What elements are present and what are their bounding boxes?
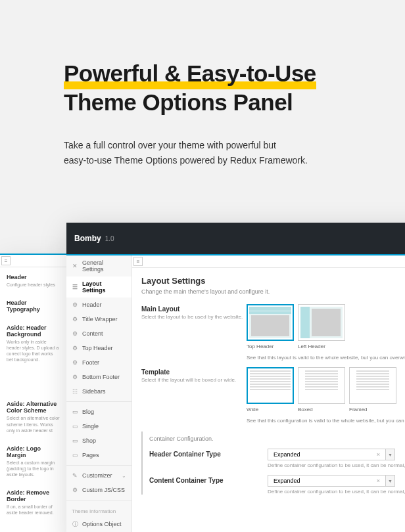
bg-logo-margin-title: Aside: Logo Margin	[7, 445, 60, 458]
sidebar-icon: ☷	[72, 388, 78, 395]
sidebar-item-label: Content	[82, 330, 103, 337]
template-option-wide[interactable]	[247, 367, 294, 404]
collapse-icon[interactable]: ≡	[1, 256, 11, 265]
sidebar-options-object[interactable]: ⓘOptions Object	[66, 517, 131, 531]
sidebar-item-title-wrapper[interactable]: ⚙Title Wrapper	[66, 312, 131, 326]
main-layout-label: Main Layout	[141, 305, 247, 313]
sidebar-icon: ▭	[72, 423, 78, 430]
sidebar-item-shop[interactable]: ▭Shop	[66, 433, 131, 448]
sidebar-item-content[interactable]: ⚙Content	[66, 326, 131, 341]
sidebar-item-label: Pages	[82, 452, 99, 458]
bg-header-desc: Configure header styles	[7, 282, 60, 288]
sidebar-icon: ⚙	[72, 345, 78, 351]
template-label: Template	[141, 368, 247, 376]
sidebar-item-label: Sidebars	[82, 388, 106, 395]
chevron-down-icon: ⌄	[122, 473, 126, 479]
sidebar-item-blog[interactable]: ▭Blog	[66, 405, 131, 419]
sidebar-icon: ⚙	[72, 374, 78, 380]
brand-name: Bomby	[74, 234, 101, 243]
sidebar-item-label: Customizer	[82, 472, 112, 479]
template-note: See that this configuration is valid to …	[247, 418, 405, 424]
sidebar-icon: ⚙	[72, 330, 78, 337]
dropdown-icon[interactable]: ▼	[386, 475, 395, 487]
sidebar-item-label: Top Header	[82, 345, 113, 351]
collapse-content-icon[interactable]: ≡	[133, 257, 143, 266]
main-layout-hint: Select the layout to be used by the webs…	[141, 314, 247, 320]
info-icon: ⓘ	[72, 521, 78, 527]
layout-option-top-header[interactable]	[247, 304, 294, 341]
content-area: ≡ Layout Settings Change the main theme'…	[132, 255, 405, 532]
sidebar-icon: ⚙	[72, 316, 78, 322]
layout-option-left-header[interactable]	[298, 304, 345, 341]
sidebar-item-custom-js-css[interactable]: ⚙Custom JS/CSS	[66, 483, 131, 497]
header-container-hint: Define container configuration to be use…	[268, 462, 405, 468]
sidebar-icon: ✎	[72, 472, 78, 479]
sidebar-item-footer[interactable]: ⚙Footer	[66, 355, 131, 370]
background-panel: ≡ Header Configure header styles Header …	[0, 254, 66, 532]
sidebar-item-label: General Settings	[82, 259, 126, 273]
sidebar-icon: ▭	[72, 437, 78, 444]
sidebar-item-label: Footer	[82, 359, 99, 366]
hero: Powerful & Easy-to-Use Theme Options Pan…	[0, 0, 405, 169]
container-config-head: Container Configuration.	[149, 432, 405, 449]
sidebar-icon: ☰	[72, 284, 78, 290]
sidebar-icon: ⚙	[72, 301, 78, 308]
content-container-hint: Define container configuration to be use…	[268, 489, 405, 495]
sidebar-icon: ⚙	[72, 359, 78, 366]
template-option-framed[interactable]	[349, 367, 396, 404]
sidebar-icon: ▭	[72, 409, 78, 415]
sidebar-item-layout-settings[interactable]: ☰Layout Settings	[66, 277, 131, 298]
sidebar-item-label: Header	[82, 301, 102, 308]
template-option-boxed[interactable]	[298, 367, 345, 404]
clear-icon[interactable]: ×	[377, 477, 380, 484]
sidebar-icon: ✕	[72, 263, 78, 269]
sidebar-item-general-settings[interactable]: ✕General Settings	[66, 255, 131, 277]
sidebar-item-label: Blog	[82, 409, 94, 415]
bg-alt-color-title: Aside: Alternative Color Scheme	[7, 401, 60, 414]
sidebar-item-label: Layout Settings	[82, 280, 126, 294]
topbar: Bomby 1.0	[66, 223, 405, 254]
bg-typography-title: Header Typography	[7, 299, 60, 313]
header-container-select[interactable]: Expanded×	[268, 449, 386, 460]
sidebar-item-header[interactable]: ⚙Header	[66, 298, 131, 312]
sidebar: ✕General Settings☰Layout Settings⚙Header…	[66, 255, 132, 532]
page-subtitle: Change the main theme's layout and confi…	[141, 288, 405, 295]
content-container-select[interactable]: Expanded×	[268, 475, 386, 487]
bg-aside-bg-title: Aside: Header Background	[7, 324, 60, 338]
page-title: Layout Settings	[141, 276, 405, 286]
sidebar-item-label: Title Wrapper	[82, 316, 118, 322]
sidebar-item-label: Shop	[82, 437, 96, 444]
header-container-label: Header Container Type	[149, 449, 268, 458]
sidebar-item-customizer[interactable]: ✎Customizer⌄	[66, 468, 131, 483]
sidebar-item-label: Custom JS/CSS	[82, 487, 125, 493]
main-panel: Bomby 1.0 ✕General Settings☰Layout Setti…	[66, 223, 405, 532]
main-layout-note: See that this layout is valid to the who…	[247, 355, 405, 361]
brand-version: 1.0	[105, 235, 114, 242]
bg-remove-border-desc: If on, a small border of aside header re…	[7, 504, 60, 516]
hero-description: Take a full control over your theme with…	[64, 138, 405, 169]
sidebar-item-label: Bottom Footer	[82, 374, 120, 380]
sidebar-icon: ⚙	[72, 487, 78, 493]
sidebar-item-label: Single	[82, 423, 99, 430]
sidebar-item-bottom-footer[interactable]: ⚙Bottom Footer	[66, 370, 131, 384]
dropdown-icon[interactable]: ▼	[386, 449, 395, 460]
clear-icon[interactable]: ×	[377, 451, 380, 458]
bg-logo-margin-desc: Select a custom margin (padding) to the …	[7, 460, 60, 477]
sidebar-item-pages[interactable]: ▭Pages	[66, 448, 131, 462]
hero-title: Powerful & Easy-to-Use Theme Options Pan…	[64, 59, 405, 117]
bg-header-title: Header	[7, 274, 60, 280]
template-hint: Select if the layout will be boxed or wi…	[141, 377, 247, 383]
bg-remove-border-title: Aside: Remove Border	[7, 489, 60, 502]
bg-alt-color-desc: Select an alternative color scheme t ite…	[7, 415, 60, 433]
sidebar-icon: ▭	[72, 452, 78, 458]
sidebar-item-single[interactable]: ▭Single	[66, 419, 131, 433]
sidebar-item-sidebars[interactable]: ☷Sidebars	[66, 384, 131, 399]
sidebar-item-top-header[interactable]: ⚙Top Header	[66, 341, 131, 355]
content-container-label: Content Container Type	[149, 475, 268, 484]
sidebar-theme-info[interactable]: Theme Information	[66, 503, 131, 517]
bg-aside-bg-desc: Works only in aside header styles. D upl…	[7, 339, 60, 363]
